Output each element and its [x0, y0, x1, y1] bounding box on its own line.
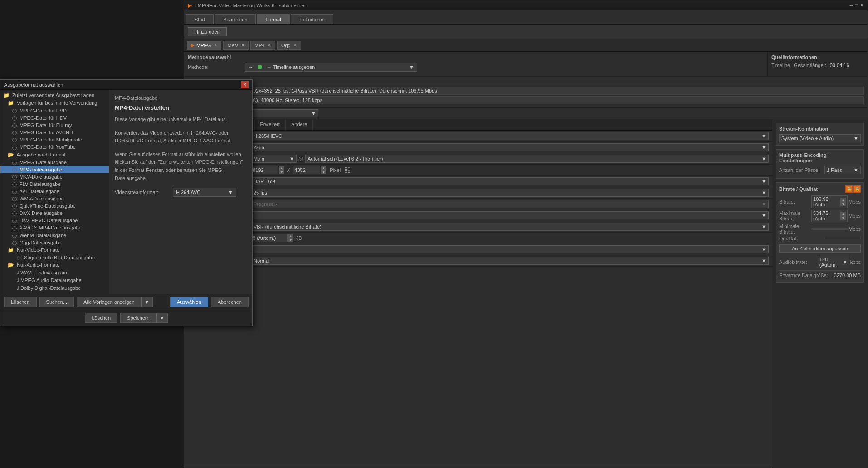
- streamformat-dropdown[interactable]: H.265/HEVC ▼: [251, 132, 769, 140]
- tree-mpeg-audio[interactable]: ♩ MPEG Audio-Dateiausgabe: [0, 277, 109, 284]
- profile-dropdown1[interactable]: Main ▼: [251, 155, 297, 163]
- aspect-dropdown[interactable]: DAR 16:9 ▼: [251, 177, 769, 185]
- resolution-height-up[interactable]: ▲: [321, 166, 326, 170]
- tree-mp4-ausgabe[interactable]: MP4-Dateiausgabe: [0, 166, 109, 173]
- tree-mpeg-hdv[interactable]: MPEG-Datei für HDV: [0, 114, 109, 122]
- max-bitrate-up[interactable]: ▲: [840, 212, 846, 216]
- bitrate-lock-btn2[interactable]: 🔒: [853, 185, 861, 193]
- videoencoder-dropdown[interactable]: x265 ▼: [251, 143, 769, 151]
- leistung-dropdown[interactable]: Normal ▼: [251, 257, 769, 265]
- dialog-speichern-arrow[interactable]: ▼: [156, 313, 168, 323]
- tab-start[interactable]: Start: [186, 14, 214, 24]
- stream-kombination-dropdown[interactable]: System (Video + Audio) ▼: [779, 134, 861, 142]
- videostreamformat-dialog-dropdown[interactable]: H.264/AVC ▼: [173, 188, 236, 197]
- max-bitrate-input[interactable]: 534.75 (Auto ▲ ▼: [811, 210, 848, 222]
- tree-ogg-ausgabe[interactable]: Ogg-Dateiausgabe: [0, 239, 109, 246]
- tree-flv-ausgabe[interactable]: FLV-Dateiausgabe: [0, 180, 109, 188]
- output-tab-mkv[interactable]: MKV ✕: [223, 41, 249, 50]
- videostreamformat-dialog-arrow: ▼: [228, 190, 233, 195]
- close-btn[interactable]: ✕: [860, 2, 864, 8]
- output-tab-mp4[interactable]: MP4 ✕: [250, 41, 275, 50]
- max-bitrate-label: Maximale Bitrate:: [779, 210, 811, 221]
- tab-format[interactable]: Format: [257, 14, 290, 24]
- field-order-dropdown[interactable]: ▼: [251, 211, 769, 219]
- entropy-dropdown[interactable]: ▼: [251, 245, 769, 253]
- inner-tab-erweitert[interactable]: Erweitert: [255, 119, 286, 130]
- tree-mpeg-bluray[interactable]: MPEG-Datei für Blu-ray: [0, 122, 109, 129]
- dialog-speichern-button[interactable]: Speichern: [120, 313, 156, 323]
- resolution-width-up[interactable]: ▲: [279, 166, 284, 170]
- minimize-btn[interactable]: ─: [850, 3, 853, 8]
- tab-bearbeiten[interactable]: Bearbeiten: [215, 14, 256, 24]
- framerate-dropdown[interactable]: 25 fps ▼: [251, 189, 769, 197]
- tree-mpeg-avchd[interactable]: MPEG-Datei für AVCHD: [0, 129, 109, 136]
- methode-dropdown[interactable]: → → Timeline ausgeben ▼: [245, 63, 417, 72]
- vbv-up[interactable]: ▲: [288, 234, 293, 238]
- dialog-loeschen-bottom[interactable]: Löschen: [85, 313, 117, 323]
- vbv-down[interactable]: ▼: [288, 238, 293, 242]
- tree-group-audio[interactable]: 📂 Nur-Audio-Formate: [0, 261, 109, 269]
- mpeg-close-icon[interactable]: ✕: [214, 43, 217, 48]
- resolution-row: Auflösung: 8192 ▲ ▼ X: [184, 165, 772, 176]
- mkv-close-icon[interactable]: ✕: [241, 43, 244, 48]
- tree-wma[interactable]: ♩ WMA-Dateiausgabe: [0, 292, 109, 294]
- tree-group-ausgabe[interactable]: 📂 Ausgabe nach Format: [0, 151, 109, 159]
- tree-item-recently-used[interactable]: 📁 Zuletzt verwendete Ausgabevorlagen: [0, 92, 109, 99]
- tree-wmv-ausgabe[interactable]: WMV-Dateiausgabe: [0, 195, 109, 202]
- abbrechen-button[interactable]: Abbrechen: [211, 297, 249, 307]
- vbv-input[interactable]: 0 (Autom.): [251, 234, 288, 242]
- tree-qt-ausgabe[interactable]: QuickTime-Dateiausgabe: [0, 202, 109, 210]
- tree-xavc-ausgabe[interactable]: XAVC S MP4-Dateiausgabe: [0, 224, 109, 231]
- alle-vorlagen-button[interactable]: Alle Vorlagen anzeigen: [77, 297, 141, 307]
- bitrate-ctrl-dropdown[interactable]: VBR (durchschnittliche Bitrate) ▼: [251, 223, 769, 231]
- anpassen-button[interactable]: An Zielmedium anpassen: [779, 244, 861, 253]
- app-icon: ▶: [188, 2, 192, 9]
- timeline-label: Timeline: [771, 63, 790, 68]
- suchen-button[interactable]: Suchen...: [39, 297, 74, 307]
- tree-mpeg-youtube[interactable]: MPEG-Datei für YouTube: [0, 143, 109, 151]
- output-tab-ogg[interactable]: Ogg ✕: [277, 41, 301, 50]
- link-icon[interactable]: ⛓: [344, 166, 351, 174]
- bitrate-lock-btn1[interactable]: 🔒: [845, 185, 853, 193]
- display-mode-row: Darstellungsmodus: Progressiv ▼: [184, 199, 772, 210]
- bitrate-down[interactable]: ▼: [840, 202, 846, 206]
- alle-vorlagen-arrow[interactable]: ▼: [141, 297, 153, 307]
- tree-webm-ausgabe[interactable]: WebM-Dateiausgabe: [0, 232, 109, 239]
- dialog-close-button[interactable]: ✕: [241, 81, 249, 88]
- resolution-width-down[interactable]: ▼: [279, 170, 284, 174]
- inner-tab-andere[interactable]: Andere: [286, 119, 313, 130]
- tree-seq-bild[interactable]: Sequenzielle Bild-Dateiausgabe: [0, 254, 109, 261]
- tree-wave[interactable]: ♩ WAVE-Dateiausgabe: [0, 269, 109, 277]
- dialog-title-text: Ausgabeformat auswählen: [4, 82, 63, 88]
- tree-mpeg-mobil[interactable]: MPEG-Datei für Mobilgeräte: [0, 136, 109, 143]
- tree-divxhevc-ausgabe[interactable]: DivX HEVC-Dateiausgabe: [0, 217, 109, 224]
- auswaehlen-button[interactable]: Auswählen: [170, 297, 208, 307]
- resolution-width[interactable]: 8192: [251, 166, 278, 174]
- profile-dropdown2[interactable]: Automatisch (Level 6.2 - High tier) ▼: [305, 155, 769, 163]
- tree-mkv-ausgabe[interactable]: MKV-Dateiausgabe: [0, 173, 109, 180]
- max-bitrate-down[interactable]: ▼: [840, 216, 846, 220]
- resolution-height-down[interactable]: ▼: [321, 170, 326, 174]
- ogg-close-icon[interactable]: ✕: [293, 43, 297, 48]
- tree-group-video[interactable]: 📁 Nur-Video-Formate: [0, 246, 109, 254]
- tree-avi-ausgabe[interactable]: AVI-Dateiausgabe: [0, 188, 109, 195]
- tree-mpeg-ausgabe[interactable]: MPEG-Dateiausgabe: [0, 159, 109, 166]
- bitrate-input[interactable]: 106.95 (Auto ▲ ▼: [811, 195, 848, 208]
- bitrate-up[interactable]: ▲: [840, 198, 846, 202]
- dialog-footer: Löschen Suchen... Alle Vorlagen anzeigen…: [0, 294, 252, 310]
- output-tab-mpeg[interactable]: ▶ MPEG ✕: [187, 41, 221, 50]
- display-mode-dropdown[interactable]: Progressiv ▼: [251, 200, 769, 208]
- tree-divx-ausgabe[interactable]: DivX-Dateiausgabe: [0, 210, 109, 217]
- audiobitrate-input[interactable]: 128 (Autom. ▼: [818, 256, 849, 268]
- tab-enkodieren[interactable]: Enkodieren: [291, 14, 333, 24]
- tree-group-vorlagen[interactable]: 📁 Vorlagen für bestimmte Verwendung: [0, 99, 109, 107]
- maximize-btn[interactable]: □: [855, 3, 858, 8]
- tree-mpeg-dvd[interactable]: MPEG-Datei für DVD: [0, 107, 109, 114]
- tree-dolby[interactable]: ♩ Dolby Digital-Dateiausgabe: [0, 284, 109, 292]
- mp4-close-icon[interactable]: ✕: [268, 43, 271, 48]
- loeschen-button[interactable]: Löschen: [4, 297, 37, 307]
- paesse-dropdown[interactable]: 1 Pass ▼: [824, 166, 861, 174]
- radio-mpeg-avchd: [12, 131, 17, 135]
- resolution-height[interactable]: 4352: [293, 166, 320, 174]
- add-button[interactable]: Hinzufügen: [188, 27, 227, 36]
